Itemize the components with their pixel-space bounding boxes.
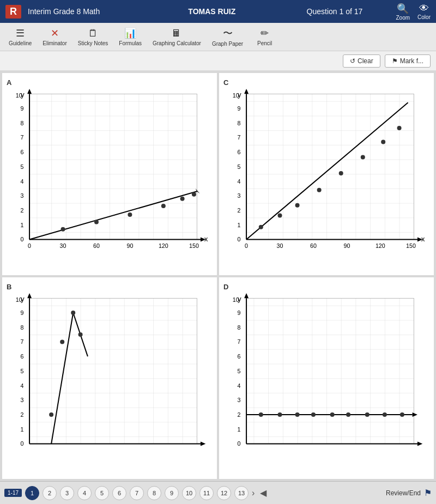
sticky-notes-button[interactable]: 🗒 Sticky Notes [74,26,113,48]
page-12-button[interactable]: 12 [217,486,231,500]
svg-rect-88 [246,298,414,444]
svg-text:0: 0 [20,440,23,447]
svg-text:8: 8 [237,120,240,126]
svg-point-112 [346,412,350,417]
svg-text:120: 120 [376,242,385,249]
svg-text:8: 8 [20,120,23,126]
formulas-icon: 📊 [124,27,136,39]
svg-point-115 [400,412,404,417]
eliminator-button[interactable]: ✕ Eliminator [38,25,71,48]
svg-text:30: 30 [277,242,283,249]
panel-b: B y 0 1 2 3 4 5 6 7 8 9 10 [2,277,217,479]
svg-text:0: 0 [20,236,23,242]
page-7-button[interactable]: 7 [130,486,144,500]
svg-point-84 [49,412,53,417]
svg-text:3: 3 [237,397,240,403]
svg-text:x: x [204,235,208,243]
svg-marker-90 [417,441,422,446]
next-page-arrow[interactable]: › [252,488,255,498]
graph-c: y x 0 1 2 3 4 5 6 7 8 9 10 0 30 60 90 12… [225,78,428,270]
graph-b: y 0 1 2 3 4 5 6 7 8 9 10 [8,283,211,474]
pencil-button[interactable]: ✏ Pencil [250,25,280,48]
svg-point-85 [60,339,64,344]
page-6-button[interactable]: 6 [112,486,126,500]
svg-text:90: 90 [126,242,133,249]
header: R Interim Grade 8 Math TOMAS RUIZ Questi… [0,0,436,23]
svg-text:7: 7 [237,134,240,141]
svg-text:0: 0 [237,236,240,242]
page-10-button[interactable]: 10 [182,486,196,500]
svg-text:8: 8 [237,324,240,330]
graph-a: y x 0 1 2 3 4 5 6 7 8 9 10 0 30 60 90 12… [8,78,211,270]
panel-d-label: D [223,283,228,291]
svg-text:x: x [421,235,425,243]
color-icon: 👁 [419,3,429,14]
page-2-button[interactable]: 2 [43,486,57,500]
review-end-button[interactable]: Review/End ⚑ [386,488,432,498]
page-5-button[interactable]: 5 [95,486,109,500]
svg-marker-70 [27,293,32,297]
svg-point-109 [295,412,300,417]
svg-point-60 [295,203,300,208]
svg-text:1: 1 [237,222,240,228]
prev-nav-arrow[interactable]: ◀ [260,488,267,498]
svg-text:4: 4 [237,382,240,388]
svg-text:0: 0 [245,242,248,249]
app-title: Interim Grade 8 Math [28,7,150,16]
svg-point-61 [317,188,322,192]
pencil-icon: ✏ [261,27,269,39]
clear-icon: ↺ [350,57,355,65]
graph-paper-icon: 〜 [223,27,233,40]
page-13-button[interactable]: 13 [234,486,249,500]
svg-point-27 [94,220,99,224]
svg-text:120: 120 [159,242,168,249]
svg-text:5: 5 [237,367,240,374]
page-4-button[interactable]: 4 [77,486,92,500]
svg-text:3: 3 [237,192,240,199]
page-1-button[interactable]: 1 [25,486,39,500]
svg-text:1: 1 [237,426,240,432]
svg-point-30 [180,197,185,201]
svg-point-86 [71,311,75,315]
svg-point-28 [128,212,132,217]
graphing-calculator-icon: 🖩 [172,28,181,39]
svg-text:5: 5 [20,367,23,374]
guideline-button[interactable]: ☰ Guideline [4,25,36,48]
color-button[interactable]: 👁 Color [417,3,431,20]
zoom-button[interactable]: 🔍 Zoom [396,3,410,21]
svg-text:8: 8 [20,324,23,330]
guideline-icon: ☰ [16,27,25,39]
svg-text:9: 9 [20,309,23,316]
svg-point-87 [78,332,83,337]
page-11-button[interactable]: 11 [199,486,214,500]
svg-point-113 [365,412,370,417]
svg-point-64 [381,139,385,144]
page-8-button[interactable]: 8 [147,486,161,500]
clear-button[interactable]: ↺ Clear [343,54,380,68]
svg-text:150: 150 [406,242,416,249]
svg-text:1: 1 [20,222,23,228]
graph-paper-button[interactable]: 〜 Graph Paper [208,25,247,49]
svg-text:6: 6 [237,149,240,155]
svg-text:7: 7 [237,338,240,345]
svg-point-62 [339,171,343,175]
zoom-icon: 🔍 [397,3,409,15]
panel-b-label: B [7,283,11,291]
panel-d: D y 0 1 2 3 4 5 6 7 8 9 10 [219,277,434,479]
main-content: A y x 0 1 2 3 4 5 [0,71,436,481]
panel-a: A y x 0 1 2 3 4 5 [2,73,217,275]
page-9-button[interactable]: 9 [165,486,179,500]
flag-icon: ⚑ [392,57,398,65]
svg-text:10: 10 [233,92,239,99]
svg-text:10: 10 [16,92,22,99]
panel-c: C y x 0 1 2 3 4 5 6 7 8 9 10 0 [219,73,434,275]
page-3-button[interactable]: 3 [60,486,74,500]
svg-text:9: 9 [20,105,23,112]
mark-button[interactable]: ⚑ Mark f... [385,54,431,68]
svg-text:150: 150 [189,242,199,249]
svg-marker-106 [413,412,417,417]
graphing-calculator-button[interactable]: 🖩 Graphing Calculator [148,26,205,48]
svg-text:0: 0 [28,242,31,249]
action-bar: ↺ Clear ⚑ Mark f... [0,51,436,71]
formulas-button[interactable]: 📊 Formulas [114,25,146,48]
